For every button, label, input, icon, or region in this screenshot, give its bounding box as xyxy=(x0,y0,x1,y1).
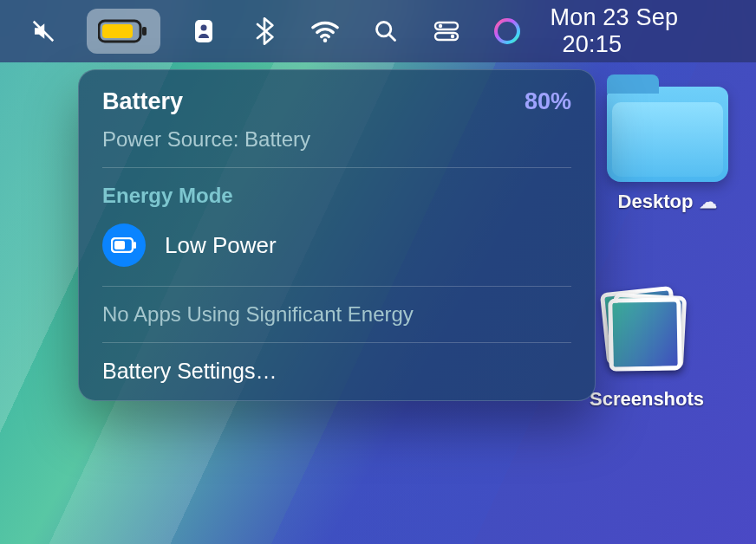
id-badge-icon[interactable] xyxy=(186,10,221,52)
energy-mode-row[interactable]: Low Power xyxy=(78,223,596,270)
folder-label: Desktop xyxy=(618,191,694,213)
energy-mode-label: Low Power xyxy=(165,232,277,259)
siri-icon[interactable] xyxy=(490,10,525,52)
control-center-icon[interactable] xyxy=(429,10,464,52)
screenshots-stack[interactable]: Screenshots xyxy=(590,286,704,411)
svg-point-6 xyxy=(323,38,327,42)
clock-time: 20:15 xyxy=(563,31,622,57)
menubar-clock[interactable]: Mon 23 Sep 20:15 xyxy=(551,4,744,58)
divider xyxy=(102,286,571,287)
svg-rect-4 xyxy=(195,20,212,42)
svg-rect-2 xyxy=(142,27,147,36)
power-source-text: Power Source: Battery xyxy=(78,127,596,152)
divider xyxy=(102,342,571,343)
battery-percentage: 80% xyxy=(525,88,571,115)
svg-point-12 xyxy=(450,35,453,38)
no-apps-text: No Apps Using Significant Energy xyxy=(78,302,596,327)
svg-rect-16 xyxy=(114,241,125,249)
panel-title: Battery xyxy=(102,88,183,115)
mute-icon[interactable] xyxy=(26,10,61,52)
desktop-folder[interactable]: Desktop ☁︎ xyxy=(607,87,728,213)
clock-date: Mon 23 Sep xyxy=(551,4,679,30)
battery-settings-item[interactable]: Battery Settings… xyxy=(78,359,596,389)
energy-mode-heading: Energy Mode xyxy=(78,184,596,208)
menubar: Mon 23 Sep 20:15 xyxy=(0,0,756,62)
svg-rect-15 xyxy=(134,242,136,249)
divider xyxy=(102,167,571,168)
search-icon[interactable] xyxy=(368,10,403,52)
svg-point-5 xyxy=(200,25,206,31)
svg-line-8 xyxy=(388,35,394,41)
battery-menu-icon[interactable] xyxy=(87,9,160,54)
svg-rect-3 xyxy=(102,24,133,38)
cloud-sync-icon: ☁︎ xyxy=(700,191,717,212)
svg-point-10 xyxy=(438,24,441,28)
wifi-icon[interactable] xyxy=(308,10,342,52)
svg-point-13 xyxy=(496,20,518,42)
stack-label: Screenshots xyxy=(590,388,704,411)
battery-panel: Battery 80% Power Source: Battery Energy… xyxy=(78,69,596,401)
stack-icon xyxy=(600,286,694,379)
bluetooth-icon[interactable] xyxy=(247,10,282,52)
folder-icon xyxy=(607,87,728,182)
low-power-icon xyxy=(102,223,146,267)
